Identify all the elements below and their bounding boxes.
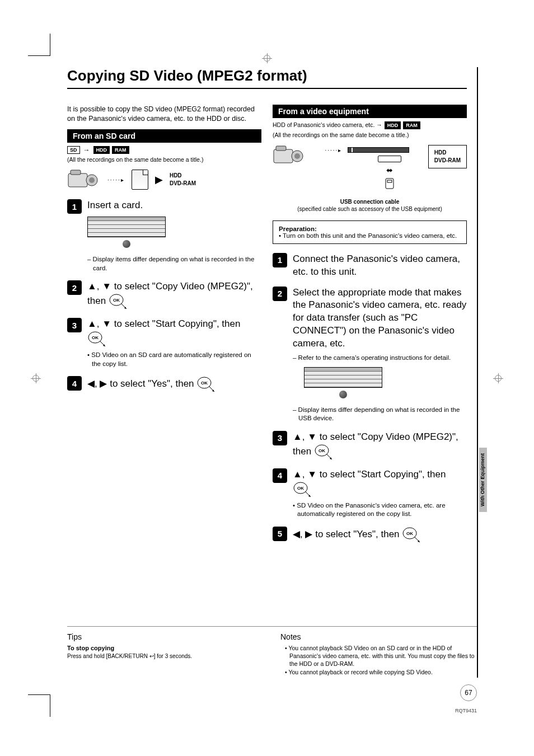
side-tab: With Other Equipment — [479, 448, 487, 512]
badge-ram: RAM — [112, 146, 129, 154]
registration-mark — [262, 53, 272, 63]
step-text: Connect the Panasonic's video camera, et… — [293, 253, 460, 277]
usb-cable-icon: ·····▸ ⬌ — [325, 147, 409, 189]
notes-item: • You cannot playback or record while co… — [285, 669, 477, 677]
svg-point-2 — [89, 177, 95, 183]
menu-screen-icon — [304, 367, 382, 402]
tips-heading: Tips — [67, 632, 264, 641]
badge-note: (All the recordings on the same date bec… — [273, 132, 467, 139]
badge-ram: RAM — [403, 121, 420, 129]
step-text: ◀, ▶ to select "Yes", then — [87, 379, 196, 389]
step-text: ▲, ▼ to select "Start Copying", then — [87, 318, 240, 329]
svg-text:OK: OK — [406, 531, 413, 536]
step-4: 4 ◀, ▶ to select "Yes", then OK — [67, 376, 261, 393]
menu-screen-icon — [87, 217, 166, 252]
svg-text:OK: OK — [201, 381, 208, 386]
usb-title: USB connection cable — [273, 198, 467, 205]
arrow-icon: → — [83, 146, 90, 154]
unit-icon: ⬌ — [370, 156, 409, 189]
preparation-box: Preparation: • Turn on both this unit an… — [273, 220, 467, 244]
tips-text: Press and hold [BACK/RETURN ↩] for 3 sec… — [67, 652, 264, 660]
page-number: 67 — [460, 684, 477, 701]
page-content: Copying SD Video (MPEG2 format) It is po… — [67, 67, 478, 678]
step-2: 2 Select the appropriate mode that makes… — [273, 287, 467, 423]
ok-button-icon: OK — [314, 444, 334, 461]
step-number: 3 — [273, 431, 287, 445]
step-number: 2 — [273, 287, 287, 301]
label-hdd: HDD — [434, 149, 461, 157]
notes-text: You cannot playback SD Video on an SD ca… — [288, 645, 474, 666]
disc-labels: HDD DVD-RAM — [170, 172, 196, 187]
step-text: ▲, ▼ to select "Start Copying", then — [293, 469, 446, 480]
step-note: – Refer to the camera's operating instru… — [293, 354, 467, 363]
svg-text:OK: OK — [297, 486, 304, 491]
camera-icon — [273, 145, 306, 166]
step-1: 1 Insert a card. – Display items differ … — [67, 199, 261, 273]
badge-note: (All the recordings on the same date bec… — [67, 156, 261, 164]
badge-row: SD → HDD RAM — [67, 146, 261, 154]
notes-column: Notes • You cannot playback SD Video on … — [280, 632, 477, 678]
label-ram: DVD-RAM — [170, 180, 196, 187]
sd-diagram: ·····▸ ▶ HDD DVD-RAM — [67, 169, 261, 190]
left-column: It is possible to copy the SD video (MPE… — [67, 105, 261, 551]
disc-tray-icon — [385, 178, 395, 189]
step-number: 4 — [273, 468, 287, 483]
step-note: • SD Video on the Panasonic's video came… — [293, 501, 467, 519]
step-4: 4 ▲, ▼ to select "Start Copying", then O… — [273, 468, 467, 519]
registration-mark — [31, 373, 41, 383]
svg-text:OK: OK — [92, 335, 99, 340]
notes-heading: Notes — [280, 632, 477, 641]
badge-row: HDD of Panasonic's video camera, etc. → … — [273, 121, 467, 129]
svg-text:OK: OK — [113, 298, 120, 303]
svg-rect-15 — [387, 180, 392, 182]
sd-card-icon — [132, 170, 148, 190]
step-3: 3 ▲, ▼ to select "Start Copying", then O… — [67, 318, 261, 368]
step-note: – Display items differ depending on what… — [87, 255, 261, 273]
svg-rect-3 — [71, 170, 81, 175]
ok-button-icon: OK — [196, 376, 217, 393]
registration-mark — [493, 373, 503, 383]
right-column: From a video equipment HDD of Panasonic'… — [273, 105, 467, 551]
ok-button-icon: OK — [87, 331, 107, 348]
prep-title: Preparation: — [279, 226, 317, 232]
step-note: • SD Video on an SD card are automatical… — [87, 351, 261, 368]
badge-line: HDD of Panasonic's video camera, etc. → — [273, 121, 382, 129]
step-2: 2 ▲, ▼ to select "Copy Video (MPEG2)", t… — [67, 280, 261, 310]
page-title: Copying SD Video (MPEG2 format) — [67, 67, 467, 89]
step-number: 5 — [273, 527, 287, 541]
ok-button-icon: OK — [293, 481, 313, 498]
notes-item: • You cannot playback SD Video on an SD … — [285, 645, 477, 668]
step-text: Insert a card. — [87, 200, 143, 210]
svg-point-12 — [294, 153, 300, 159]
svg-text:OK: OK — [318, 448, 325, 453]
notes-text: You cannot playback or record while copy… — [288, 669, 432, 675]
label-hdd: HDD — [170, 172, 196, 180]
crop-mark — [28, 34, 50, 56]
dots-icon: ·····▸ — [107, 177, 125, 183]
usb-caption: USB connection cable (specified cable su… — [273, 198, 467, 213]
step-number: 3 — [67, 318, 82, 332]
step-1: 1 Connect the Panasonic's video camera, … — [273, 253, 467, 279]
tips-subheading: To stop copying — [67, 645, 264, 651]
step-note: – Display items differ depending on what… — [293, 406, 467, 423]
svg-rect-10 — [274, 149, 293, 163]
tips-column: Tips To stop copying Press and hold [BAC… — [67, 632, 264, 678]
step-3: 3 ▲, ▼ to select "Copy Video (MPEG2)", t… — [273, 431, 467, 461]
step-number: 1 — [67, 199, 82, 214]
doc-code: RQT9431 — [455, 708, 477, 713]
step-number: 1 — [273, 253, 287, 267]
camera-icon — [67, 169, 101, 190]
step-text: Select the appropriate mode that makes t… — [293, 287, 466, 349]
intro-text: It is possible to copy the SD video (MPE… — [67, 105, 261, 124]
prep-item: • Turn on both this unit and the Panason… — [279, 232, 461, 239]
label-ram: DVD-RAM — [434, 157, 461, 165]
badge-hdd: HDD — [385, 121, 401, 129]
step-5: 5 ◀, ▶ to select "Yes", then OK — [273, 527, 467, 543]
usb-note: (specified cable such as accessory of th… — [273, 205, 467, 213]
section-from-sd: From an SD card — [67, 129, 261, 143]
crop-mark — [28, 694, 50, 717]
disc-labels: HDD DVD-RAM — [428, 145, 467, 168]
step-text: ◀, ▶ to select "Yes", then — [293, 529, 402, 539]
badge-sd: SD — [67, 146, 80, 154]
ok-button-icon: OK — [402, 527, 422, 543]
